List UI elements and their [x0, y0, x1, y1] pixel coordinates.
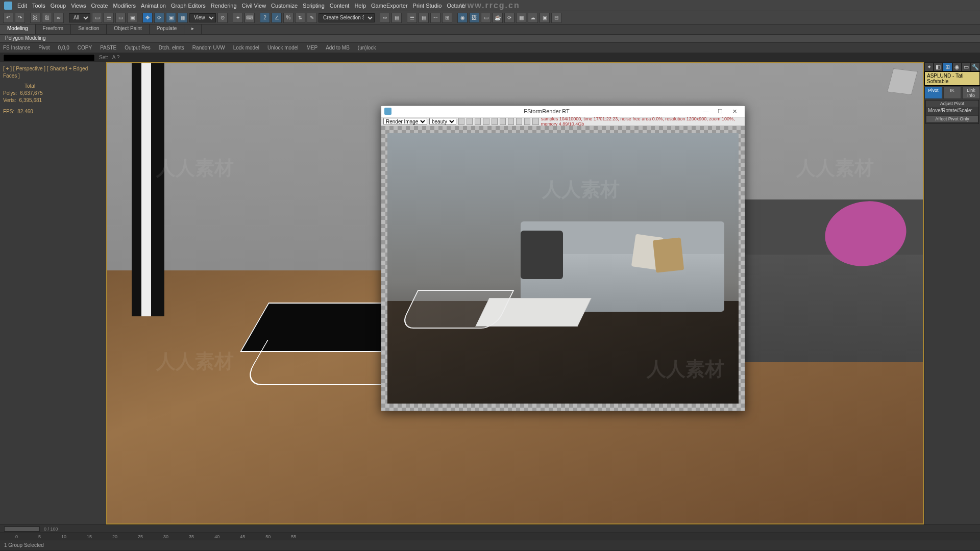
menu-tools[interactable]: Tools — [32, 3, 45, 9]
modify-tab-icon[interactable]: ◧ — [934, 62, 943, 71]
utilities-tab-icon[interactable]: 🔧 — [971, 62, 980, 71]
viewport-label[interactable]: [ + ] [ Perspective ] [ Shaded + Edged F… — [3, 65, 103, 80]
detach-elements-button[interactable]: Dtch. elmts — [159, 45, 184, 51]
placement-icon[interactable]: ▦ — [178, 13, 188, 23]
menu-octane[interactable]: Octane — [447, 3, 464, 9]
rotate-icon[interactable]: ⟳ — [154, 13, 164, 23]
time-slider[interactable]: 0 / 100 — [0, 524, 980, 533]
copy-image-icon[interactable] — [467, 118, 473, 125]
menu-civilview[interactable]: Civil View — [242, 3, 266, 9]
paste-button[interactable]: PASTE — [100, 45, 116, 51]
move-icon[interactable]: ✥ — [142, 13, 153, 23]
render-compare-icon[interactable]: ⊟ — [551, 13, 561, 23]
maxscript-input[interactable] — [3, 54, 95, 61]
snap-2d-icon[interactable]: 2 — [260, 13, 270, 23]
menu-edit[interactable]: Edit — [17, 3, 27, 9]
mirror-icon[interactable]: ⇔ — [380, 13, 390, 23]
lock-model-button[interactable]: Lock model — [233, 45, 259, 51]
undo-icon[interactable]: ↶ — [3, 13, 13, 23]
snap-percent-icon[interactable]: % — [283, 13, 293, 23]
fs-instance-button[interactable]: FS Instance — [3, 45, 30, 51]
menu-group[interactable]: Group — [51, 3, 66, 9]
render-pass-dropdown[interactable]: beauty — [429, 118, 456, 125]
object-name-field[interactable]: ASPLUND - Tati Sofatable — [924, 71, 980, 86]
save-image-icon[interactable] — [458, 118, 464, 125]
region-icon[interactable] — [508, 118, 514, 125]
link-icon[interactable]: ⛓ — [30, 13, 40, 23]
render-window[interactable]: FStormRender RT — ☐ ✕ Render Image beaut… — [381, 105, 745, 411]
zoom-icon[interactable] — [524, 118, 530, 125]
manipulate-icon[interactable]: ✦ — [233, 13, 243, 23]
app-logo-icon[interactable] — [4, 2, 12, 10]
pivot-button[interactable]: Pivot — [38, 45, 50, 51]
menu-animation[interactable]: Animation — [141, 3, 166, 9]
ribbon-tab-populate[interactable]: Populate — [150, 24, 184, 34]
redo-icon[interactable]: ↷ — [15, 13, 25, 23]
render-setup-icon[interactable]: 🖼 — [469, 13, 479, 23]
ribbon-tab-modeling[interactable]: Modeling — [0, 24, 36, 34]
output-res-button[interactable]: Output Res — [125, 45, 151, 51]
play-icon[interactable] — [483, 118, 489, 125]
schematic-icon[interactable]: ⊞ — [442, 13, 452, 23]
named-selection-dropdown[interactable]: Create Selection Se — [318, 13, 375, 22]
linkinfo-button[interactable]: Link Info — [962, 87, 980, 99]
pivot-button[interactable]: Pivot — [924, 87, 942, 99]
hierarchy-tab-icon[interactable]: ⊞ — [943, 62, 952, 71]
render-portal-icon[interactable]: ▣ — [540, 13, 550, 23]
clone-icon[interactable] — [475, 118, 481, 125]
scale-icon[interactable]: ▣ — [166, 13, 176, 23]
menu-scripting[interactable]: Scripting — [303, 3, 325, 9]
close-icon[interactable]: ✕ — [727, 108, 742, 115]
render-mode-dropdown[interactable]: Render Image — [383, 118, 427, 125]
menu-customize[interactable]: Customize — [271, 3, 298, 9]
menu-modifiers[interactable]: Modifiers — [113, 3, 136, 9]
ribbon-tab-selection[interactable]: Selection — [71, 24, 107, 34]
unlock-button[interactable]: (un)lock — [358, 45, 376, 51]
render-iter-icon[interactable]: ⟳ — [504, 13, 514, 23]
create-tab-icon[interactable]: ✦ — [924, 62, 934, 71]
material-editor-icon[interactable]: ◉ — [457, 13, 468, 23]
menu-help[interactable]: Help — [354, 3, 366, 9]
maximize-icon[interactable]: ☐ — [713, 108, 727, 115]
window-crossing-icon[interactable]: ▣ — [127, 13, 137, 23]
scene-explorer-icon[interactable]: ▤ — [419, 13, 429, 23]
align-icon[interactable]: ▤ — [391, 13, 402, 23]
render-prod-icon[interactable]: ☕ — [493, 13, 503, 23]
render-active-icon[interactable]: ▦ — [516, 13, 526, 23]
render-frame-icon[interactable]: ▭ — [481, 13, 491, 23]
menu-printstudio[interactable]: Print Studio — [413, 3, 442, 9]
time-slider-handle[interactable] — [4, 527, 40, 532]
copy-button[interactable]: COPY — [78, 45, 92, 51]
stop-icon[interactable] — [500, 118, 506, 125]
ribbon-expand-icon[interactable]: ▸ — [184, 24, 202, 34]
pause-icon[interactable] — [492, 118, 498, 125]
time-ruler[interactable]: 0 5 10 15 20 25 30 35 40 45 50 55 — [0, 533, 980, 540]
channel-icon[interactable] — [532, 118, 538, 125]
unlock-model-button[interactable]: Unlock model — [267, 45, 299, 51]
mep-button[interactable]: MEP — [306, 45, 317, 51]
render-online-icon[interactable]: ☁ — [528, 13, 538, 23]
snap-angle-icon[interactable]: ∠ — [272, 13, 282, 23]
wipe-icon[interactable] — [516, 118, 522, 125]
ref-coord-dropdown[interactable]: View — [189, 13, 216, 22]
select-icon[interactable]: ▭ — [92, 13, 102, 23]
layers-icon[interactable]: ☰ — [407, 13, 417, 23]
motion-tab-icon[interactable]: ◉ — [952, 62, 962, 71]
bind-icon[interactable]: ∞ — [54, 13, 64, 23]
select-name-icon[interactable]: ☰ — [104, 13, 114, 23]
use-center-icon[interactable]: ⊙ — [217, 13, 228, 23]
render-viewport[interactable]: 人人素材 人人素材 — [381, 126, 745, 411]
ik-button[interactable]: IK — [943, 87, 961, 99]
curve-editor-icon[interactable]: 〰 — [430, 13, 440, 23]
display-tab-icon[interactable]: ▭ — [962, 62, 971, 71]
minimize-icon[interactable]: — — [699, 108, 713, 114]
add-to-mb-button[interactable]: Add to MB — [326, 45, 350, 51]
adjust-pivot-rollout[interactable]: Adjust Pivot — [926, 101, 978, 107]
random-uvw-button[interactable]: Random UVW — [192, 45, 225, 51]
ribbon-tab-freeform[interactable]: Freeform — [36, 24, 71, 34]
menu-views[interactable]: Views — [71, 3, 86, 9]
editnamed-icon[interactable]: ✎ — [307, 13, 317, 23]
render-window-titlebar[interactable]: FStormRender RT — ☐ ✕ — [381, 106, 745, 117]
unlink-icon[interactable]: ⛓ — [42, 13, 52, 23]
menu-rendering[interactable]: Rendering — [211, 3, 237, 9]
